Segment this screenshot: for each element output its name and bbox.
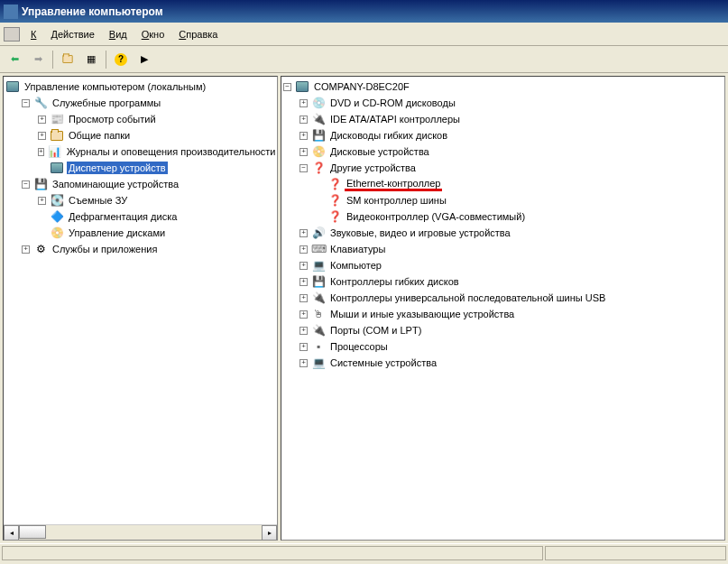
keyboard-label: Клавиатуры — [328, 243, 387, 255]
expand-icon[interactable]: + — [38, 132, 46, 140]
disk-mgmt-label: Управление дисками — [67, 227, 167, 239]
tree-ethernet[interactable]: ❓Ethernet-контроллер — [316, 176, 723, 192]
views-button[interactable]: ▦ — [80, 49, 102, 70]
properties-button[interactable]: ▶ — [134, 49, 155, 70]
expand-icon[interactable]: + — [299, 132, 308, 140]
usb-icon: 🔌 — [311, 291, 326, 305]
tree-root-computer-mgmt[interactable]: Управление компьютером (локальным) — [5, 79, 275, 95]
folder-icon — [50, 128, 64, 143]
forward-button[interactable]: ➡ — [27, 49, 49, 70]
tree-defrag[interactable]: 🔷 Дефрагментация диска — [38, 208, 275, 225]
disk-mgmt-icon: 📀 — [50, 226, 64, 240]
up-folder-button[interactable] — [57, 49, 78, 70]
collapse-icon[interactable]: − — [283, 83, 291, 91]
tree-processors[interactable]: +▪Процессоры — [299, 338, 723, 355]
back-button[interactable]: ⬅ — [4, 49, 25, 70]
statusbar — [0, 543, 728, 561]
tree-logs-alerts[interactable]: + 📊 Журналы и оповещения производительно… — [38, 143, 275, 160]
expand-icon[interactable]: + — [299, 245, 308, 254]
storage-label: Запоминающие устройства — [51, 178, 180, 190]
tree-shared-folders[interactable]: + Общие папки — [38, 127, 275, 143]
sm-bus-label: SM контроллер шины — [345, 194, 448, 207]
sound-label: Звуковые, видео и игровые устройства — [328, 227, 512, 239]
tree-dvd-cd[interactable]: +💿DVD и CD-ROM дисководы — [299, 95, 723, 111]
tree-computer[interactable]: +💻Компьютер — [299, 257, 723, 273]
help-icon: ? — [115, 53, 127, 66]
separator — [106, 51, 106, 69]
usb-label: Контроллеры универсальной последовательн… — [328, 291, 607, 304]
expand-icon[interactable]: + — [299, 310, 308, 319]
expand-icon[interactable]: + — [299, 262, 308, 270]
ethernet-label: Ethernet-контроллер — [345, 177, 442, 191]
expand-icon[interactable]: + — [22, 245, 30, 254]
tree-device-manager[interactable]: Диспетчер устройств — [38, 160, 275, 176]
left-panel: Управление компьютером (локальным) − 🔧 С… — [3, 76, 278, 541]
ide-icon: 🔌 — [311, 112, 326, 126]
menu-window[interactable]: Окно — [134, 26, 172, 42]
tree-ide[interactable]: +🔌IDE ATA/ATAPI контроллеры — [299, 111, 723, 127]
expand-icon[interactable]: + — [38, 116, 46, 124]
tree-removable[interactable]: + 💽 Съемные ЗУ — [38, 192, 275, 208]
menu-action[interactable]: Действие — [43, 26, 101, 42]
expand-icon[interactable]: + — [299, 99, 308, 107]
scroll-track[interactable] — [19, 525, 262, 540]
expand-icon[interactable]: + — [299, 327, 308, 335]
collapse-icon[interactable]: − — [22, 99, 30, 107]
tree-usb[interactable]: +🔌Контроллеры универсальной последовател… — [299, 290, 723, 306]
scroll-right-button[interactable]: ▸ — [262, 525, 277, 541]
tree-event-viewer[interactable]: + 📰 Просмотр событий — [38, 111, 275, 127]
tree-services-apps[interactable]: + ⚙ Службы и приложения — [22, 241, 275, 257]
tree-floppy-drives[interactable]: +💾Дисководы гибких дисков — [299, 127, 723, 143]
tree-sound[interactable]: +🔊Звуковые, видео и игровые устройства — [299, 225, 723, 241]
perf-icon: 📊 — [48, 144, 62, 159]
status-cell-2 — [545, 546, 726, 560]
tree-sm-bus[interactable]: ❓SM контроллер шины — [316, 192, 723, 208]
left-scrollbar[interactable]: ◂ ▸ — [4, 524, 277, 540]
expand-icon[interactable]: + — [38, 197, 46, 205]
help-button[interactable]: ? — [110, 49, 132, 70]
expand-icon[interactable]: + — [299, 278, 308, 286]
menu-system-icon[interactable] — [4, 27, 20, 42]
collapse-icon[interactable]: − — [299, 164, 308, 172]
tree-disk-drives[interactable]: +📀Дисковые устройства — [299, 143, 723, 160]
scroll-left-button[interactable]: ◂ — [4, 525, 19, 541]
tree-ports[interactable]: +🔌Порты (COM и LPT) — [299, 322, 723, 338]
floppy-icon: 💾 — [311, 128, 326, 143]
tree-floppy-ctrl[interactable]: +💾Контроллеры гибких дисков — [299, 273, 723, 290]
expand-icon[interactable]: + — [299, 116, 308, 124]
tree-system-devices[interactable]: +💻Системные устройства — [299, 355, 723, 371]
separator — [52, 51, 53, 69]
tree-mice[interactable]: +🖱Мыши и иные указывающие устройства — [299, 306, 723, 322]
collapse-icon[interactable]: − — [22, 180, 30, 189]
expand-icon[interactable]: + — [299, 343, 308, 351]
scroll-thumb[interactable] — [19, 525, 46, 539]
device-manager-label: Диспетчер устройств — [67, 162, 168, 174]
menu-help[interactable]: Справка — [171, 26, 225, 42]
expand-icon[interactable]: + — [299, 148, 308, 156]
tree-keyboard[interactable]: +⌨Клавиатуры — [299, 241, 723, 257]
tree-video[interactable]: ❓Видеоконтроллер (VGA-совместимый) — [316, 208, 723, 225]
mice-label: Мыши и иные указывающие устройства — [328, 308, 516, 320]
services-apps-label: Службы и приложения — [51, 243, 159, 255]
disk-drives-label: Дисковые устройства — [328, 145, 431, 158]
other-devices-label: Другие устройства — [328, 162, 418, 174]
right-tree: − COMPANY-D8EC20F +💿DVD и CD-ROM дисково… — [281, 77, 724, 373]
expand-icon[interactable]: + — [299, 359, 308, 367]
expand-icon[interactable]: + — [299, 294, 308, 302]
cpu-icon: ▪ — [311, 339, 326, 354]
expand-icon[interactable]: + — [38, 148, 44, 156]
tree-system-tools[interactable]: − 🔧 Служебные программы — [22, 95, 275, 111]
tree-computer-root[interactable]: − COMPANY-D8EC20F — [283, 79, 723, 95]
toolbar: ⬅ ➡ ▦ ? ▶ — [0, 46, 728, 73]
system-icon: 💻 — [311, 356, 326, 370]
menu-view[interactable]: Вид — [102, 26, 134, 42]
warning-icon: ❓ — [327, 177, 342, 191]
expand-icon[interactable]: + — [299, 229, 308, 237]
menu-console[interactable]: К — [23, 26, 43, 42]
tree-storage[interactable]: − 💾 Запоминающие устройства — [22, 176, 275, 192]
tree-other-devices[interactable]: −❓Другие устройства — [299, 160, 723, 176]
status-cell-1 — [2, 546, 543, 560]
disk-icon: 📀 — [311, 144, 326, 159]
menubar: К Действие Вид Окно Справка — [0, 23, 728, 46]
tree-disk-mgmt[interactable]: 📀 Управление дисками — [38, 225, 275, 241]
